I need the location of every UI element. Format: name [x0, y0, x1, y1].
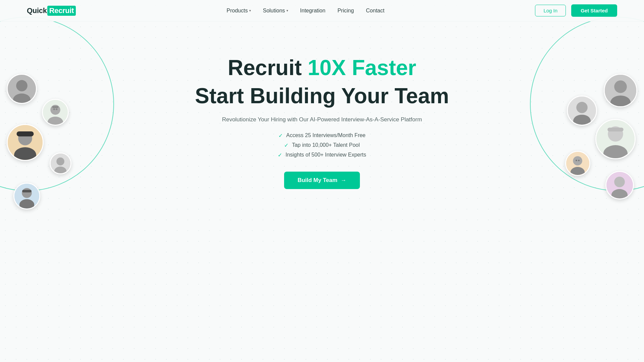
- svg-rect-19: [22, 190, 32, 192]
- avatar-right-1: [604, 74, 637, 107]
- avatar-right-2: [567, 96, 597, 126]
- hero-title-line1: Recruit 10X Faster: [228, 55, 416, 81]
- nav-item-integration[interactable]: Integration: [300, 8, 326, 14]
- avatar-left-1: [7, 74, 37, 104]
- login-button[interactable]: Log In: [535, 5, 566, 16]
- feature-text-1: Access 25 Interviews/Month Free: [286, 132, 366, 138]
- build-team-button[interactable]: Build My Team →: [284, 172, 360, 189]
- navbar: QuickRecruit Products ▾ Solutions ▾ Inte…: [0, 0, 644, 21]
- feature-item-2: ✓ Tap into 10,000+ Talent Pool: [284, 142, 360, 148]
- svg-point-14: [56, 158, 64, 166]
- avatar-right-5: [605, 171, 634, 199]
- arrow-icon: →: [341, 177, 346, 184]
- feature-item-3: ✓ Insights of 500+ Interview Experts: [278, 152, 366, 158]
- nav-link-integration[interactable]: Integration: [300, 8, 326, 14]
- feature-text-2: Tap into 10,000+ Talent Pool: [292, 142, 360, 148]
- svg-rect-8: [52, 106, 59, 108]
- avatar-right-4: [565, 151, 590, 176]
- nav-link-products[interactable]: Products ▾: [227, 8, 251, 14]
- nav-link-contact[interactable]: Contact: [366, 8, 384, 14]
- logo-prefix: Quick: [27, 6, 47, 15]
- hero-title-highlight: 10X Faster: [308, 56, 416, 80]
- avatar-left-4: [50, 153, 71, 174]
- svg-point-24: [576, 102, 588, 113]
- svg-rect-29: [607, 128, 624, 131]
- logo-highlight: Recruit: [47, 6, 76, 16]
- nav-link-pricing[interactable]: Pricing: [337, 8, 354, 14]
- nav-actions: Log In Get Started: [535, 4, 617, 17]
- svg-point-33: [576, 160, 577, 161]
- nav-link-solutions[interactable]: Solutions ▾: [263, 8, 288, 14]
- check-icon-3: ✓: [278, 152, 282, 158]
- avatar-left-5: [13, 183, 40, 209]
- nav-item-pricing[interactable]: Pricing: [337, 8, 354, 14]
- avatar-left-2: [42, 99, 69, 126]
- svg-point-34: [578, 160, 580, 161]
- avatar-left-3: [7, 124, 44, 161]
- chevron-down-icon: ▾: [286, 9, 288, 12]
- hero-title-prefix: Recruit: [228, 56, 308, 80]
- nav-item-solutions[interactable]: Solutions ▾: [263, 8, 288, 14]
- check-icon-1: ✓: [278, 132, 283, 139]
- hero-section: Recruit 10X Faster Start Building Your T…: [0, 21, 644, 189]
- svg-point-17: [22, 188, 32, 198]
- avatar-right-3: [595, 119, 636, 159]
- logo: QuickRecruit: [27, 6, 76, 16]
- svg-point-7: [56, 108, 58, 110]
- hero-title-line2: Start Building Your Team: [195, 83, 449, 108]
- nav-item-products[interactable]: Products ▾: [227, 8, 251, 14]
- hero-description: Revolutionize Your Hiring with Our AI-Po…: [222, 116, 422, 123]
- check-icon-2: ✓: [284, 142, 288, 148]
- chevron-down-icon: ▾: [249, 9, 251, 12]
- svg-point-6: [53, 108, 55, 110]
- svg-rect-12: [16, 131, 34, 136]
- feature-text-3: Insights of 500+ Interview Experts: [285, 152, 366, 158]
- nav-links: Products ▾ Solutions ▾ Integration Prici…: [227, 8, 385, 14]
- feature-list: ✓ Access 25 Interviews/Month Free ✓ Tap …: [278, 132, 366, 158]
- svg-point-21: [614, 80, 627, 93]
- nav-item-contact[interactable]: Contact: [366, 8, 384, 14]
- svg-point-1: [16, 80, 28, 92]
- svg-point-36: [614, 177, 625, 187]
- svg-point-31: [573, 156, 582, 166]
- feature-item-1: ✓ Access 25 Interviews/Month Free: [278, 132, 366, 139]
- get-started-button[interactable]: Get Started: [571, 4, 617, 17]
- build-team-label: Build My Team: [298, 177, 337, 184]
